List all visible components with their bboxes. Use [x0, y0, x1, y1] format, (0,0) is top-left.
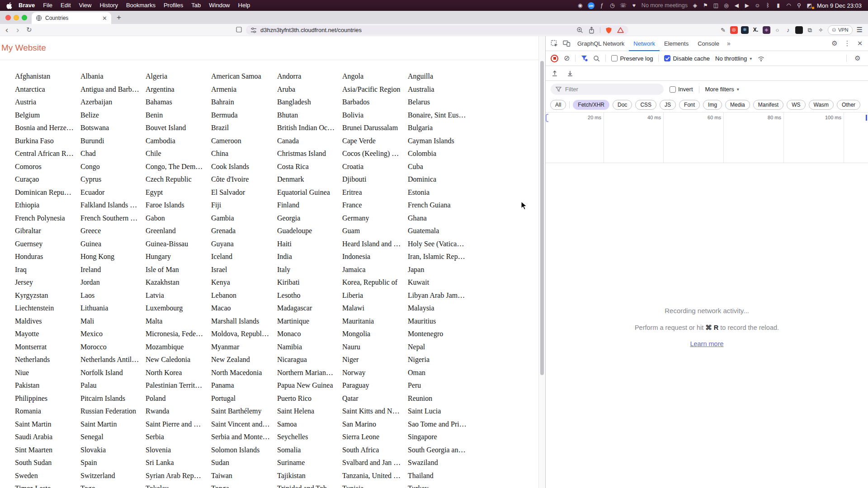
- country-item[interactable]: Jersey: [15, 276, 80, 289]
- import-har-icon[interactable]: [551, 70, 558, 77]
- music-note-extension-icon[interactable]: ♪: [784, 26, 792, 34]
- more-filters-dropdown[interactable]: More filters ▾: [705, 86, 739, 93]
- country-item[interactable]: Netherlands Antil…: [80, 353, 146, 366]
- filter-chip-doc[interactable]: Doc: [613, 100, 632, 110]
- country-item[interactable]: Poland: [146, 392, 211, 405]
- country-item[interactable]: Antarctica: [15, 83, 80, 96]
- network-conditions-icon[interactable]: [757, 55, 765, 62]
- country-item[interactable]: Mongolia: [342, 328, 408, 341]
- account-circle-icon[interactable]: ☺: [755, 3, 760, 8]
- country-item[interactable]: Ireland: [80, 263, 146, 277]
- country-item[interactable]: Hungary: [146, 250, 211, 263]
- country-item[interactable]: Botswana: [80, 122, 146, 135]
- country-item[interactable]: Australia: [408, 83, 538, 96]
- country-item[interactable]: Montserrat: [15, 341, 80, 354]
- country-item[interactable]: Saint Barthélemy: [211, 405, 277, 418]
- country-item[interactable]: Congo, The Dem…: [146, 160, 211, 174]
- country-item[interactable]: Canada: [277, 135, 342, 148]
- country-item[interactable]: Dominica: [408, 173, 538, 186]
- country-item[interactable]: Guernsey: [15, 238, 80, 251]
- country-item[interactable]: North Macedonia: [211, 366, 277, 380]
- country-item[interactable]: Micronesia, Fede…: [146, 328, 211, 341]
- country-item[interactable]: Mozambique: [146, 341, 211, 354]
- country-item[interactable]: Chile: [146, 147, 211, 160]
- country-item[interactable]: Switzerland: [80, 469, 146, 483]
- country-item[interactable]: China: [211, 147, 277, 160]
- filter-chip-fetch-xhr[interactable]: Fetch/XHR: [573, 100, 609, 110]
- country-item[interactable]: Nepal: [408, 341, 538, 354]
- record-target-icon[interactable]: ◎: [723, 3, 729, 8]
- country-item[interactable]: Suriname: [277, 456, 342, 469]
- country-item[interactable]: Holy See (Vatica…: [408, 238, 538, 251]
- viber-icon[interactable]: ☏: [620, 3, 627, 8]
- country-item[interactable]: Costa Rica: [277, 160, 342, 174]
- country-item[interactable]: Kazakhstan: [146, 276, 211, 289]
- minimize-window-button[interactable]: [14, 15, 19, 20]
- country-item[interactable]: Panama: [211, 379, 277, 392]
- filter-chip-img[interactable]: Img: [703, 100, 722, 110]
- filter-chip-js[interactable]: JS: [660, 100, 676, 110]
- country-item[interactable]: Ghana: [408, 212, 538, 225]
- country-item[interactable]: Oman: [408, 366, 538, 380]
- country-item[interactable]: Lithuania: [80, 302, 146, 315]
- country-item[interactable]: Argentina: [146, 83, 211, 96]
- country-item[interactable]: Côte d'Ivoire: [211, 173, 277, 186]
- country-item[interactable]: Benin: [146, 109, 211, 122]
- country-item[interactable]: Gambia: [211, 212, 277, 225]
- devtools-tab-console[interactable]: Console: [693, 36, 724, 51]
- country-item[interactable]: Tokelau: [146, 482, 211, 488]
- record-network-log-button[interactable]: [551, 55, 558, 62]
- clock-lock-icon[interactable]: ◷: [609, 3, 615, 8]
- reload-button[interactable]: ↻: [26, 24, 32, 36]
- country-item[interactable]: Myanmar: [211, 341, 277, 354]
- country-item[interactable]: Afghanistan: [15, 70, 80, 83]
- search-icon[interactable]: ⚲: [796, 3, 802, 8]
- country-item[interactable]: Barbados: [342, 96, 408, 109]
- country-item[interactable]: Senegal: [80, 431, 146, 444]
- country-item[interactable]: Azerbaijan: [80, 96, 146, 109]
- country-item[interactable]: Christmas Island: [277, 147, 342, 160]
- country-item[interactable]: Saint Helena: [277, 405, 342, 418]
- country-item[interactable]: Slovakia: [80, 444, 146, 457]
- devtools-tab-graphql-network[interactable]: GraphQL Network: [573, 36, 629, 51]
- country-item[interactable]: Bangladesh: [277, 96, 342, 109]
- maximize-window-button[interactable]: [22, 15, 27, 20]
- sidebar-bookmark-icon[interactable]: [236, 26, 242, 33]
- country-item[interactable]: Belarus: [408, 96, 538, 109]
- country-item[interactable]: Kuwait: [408, 276, 538, 289]
- country-item[interactable]: Guyana: [211, 238, 277, 251]
- country-item[interactable]: Swaziland: [408, 456, 538, 469]
- country-item[interactable]: Djibouti: [342, 173, 408, 186]
- country-item[interactable]: Latvia: [146, 289, 211, 302]
- country-item[interactable]: Falkland Islands …: [80, 199, 146, 212]
- country-item[interactable]: Honduras: [15, 250, 80, 263]
- checkbox-unchecked[interactable]: [670, 86, 676, 93]
- filter-chip-other[interactable]: Other: [837, 100, 860, 110]
- country-item[interactable]: Jamaica: [342, 263, 408, 277]
- country-item[interactable]: Saint Kitts and N…: [342, 405, 408, 418]
- country-item[interactable]: Portugal: [211, 392, 277, 405]
- country-item[interactable]: Cook Islands: [211, 160, 277, 174]
- country-item[interactable]: Saint Martin: [80, 418, 146, 431]
- country-item[interactable]: Iraq: [15, 263, 80, 277]
- filter-input[interactable]: Filter: [551, 84, 664, 95]
- apple-icon[interactable]: [6, 2, 12, 9]
- country-item[interactable]: Singapore: [408, 431, 538, 444]
- country-item[interactable]: El Salvador: [211, 186, 277, 199]
- country-item[interactable]: Kenya: [211, 276, 277, 289]
- country-item[interactable]: Nauru: [342, 341, 408, 354]
- menu-item-view[interactable]: View: [75, 2, 96, 9]
- menu-item-brave[interactable]: Brave: [14, 2, 39, 9]
- pencil-extension-icon[interactable]: ✎: [719, 26, 727, 34]
- new-tab-button[interactable]: +: [117, 11, 121, 24]
- country-item[interactable]: Cape Verde: [342, 135, 408, 148]
- country-item[interactable]: Guinea: [80, 238, 146, 251]
- country-item[interactable]: Malaysia: [408, 302, 538, 315]
- country-item[interactable]: French Southern …: [80, 212, 146, 225]
- country-item[interactable]: Saint Pierre and …: [146, 418, 211, 431]
- country-item[interactable]: French Polynesia: [15, 212, 80, 225]
- zoom-in-icon[interactable]: [576, 27, 583, 33]
- menu-item-window[interactable]: Window: [205, 2, 234, 9]
- country-item[interactable]: Tajikistan: [277, 469, 342, 483]
- country-item[interactable]: North Korea: [146, 366, 211, 380]
